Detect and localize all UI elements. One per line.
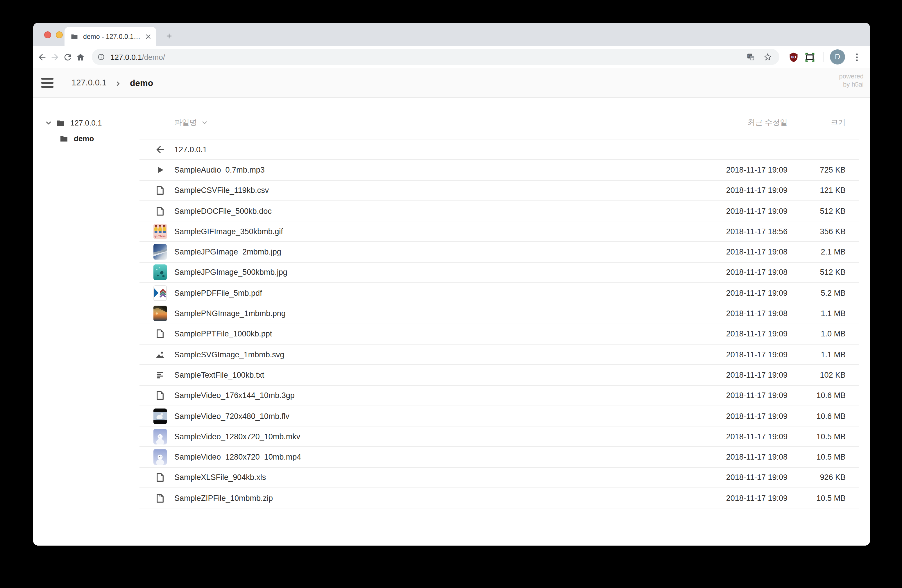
url-text[interactable]: 127.0.0.1/demo/ [110, 53, 740, 61]
file-name[interactable]: SampleZIPFile_10mbmb.zip [174, 494, 700, 502]
file-name[interactable]: SampleVideo_720x480_10mb.flv [174, 412, 700, 421]
table-row[interactable]: SampleDOCFile_500kb.doc 2018-11-17 19:09… [139, 201, 859, 222]
table-row[interactable]: SamplePPTFile_1000kb.ppt 2018-11-17 19:0… [139, 324, 859, 344]
svg-text:ry Christ: ry Christ [154, 235, 166, 238]
url-host: 127.0.0.1 [110, 53, 142, 61]
file-name[interactable]: SampleVideo_1280x720_10mb.mp4 [174, 453, 700, 461]
file-modified-date: 2018-11-17 19:08 [700, 247, 788, 256]
file-modified-date: 2018-11-17 19:08 [700, 453, 788, 461]
file-name[interactable]: SampleTextFile_100kb.txt [174, 371, 700, 379]
table-row[interactable]: SamplePNGImage_1mbmb.png 2018-11-17 19:0… [139, 303, 859, 324]
table-row[interactable]: SampleXLSFile_904kb.xls 2018-11-17 19:09… [139, 468, 859, 488]
breadcrumb-host[interactable]: 127.0.0.1 [72, 78, 106, 87]
table-row[interactable]: SampleVideo_1280x720_10mb.mkv 2018-11-17… [139, 427, 859, 447]
chevron-down-icon[interactable] [45, 119, 52, 127]
file-size: 725 KB [788, 166, 846, 174]
forward-button[interactable] [48, 50, 61, 63]
table-row[interactable]: SampleVideo_176x144_10mb.3gp 2018-11-17 … [139, 386, 859, 406]
browser-menu-icon[interactable] [849, 49, 865, 65]
home-button[interactable] [74, 50, 86, 63]
translate-icon[interactable]: G [745, 51, 757, 63]
svg-text:uO: uO [791, 55, 796, 59]
h5ai-topbar: 127.0.0.1 demo powered by h5ai [33, 68, 870, 98]
flv-thumbnail [153, 408, 167, 424]
sidebar-toggle-button[interactable] [41, 78, 53, 88]
file-size: 10.5 MB [788, 494, 846, 502]
screenshot-extension-icon[interactable] [802, 49, 818, 65]
doc-file-icon [153, 326, 167, 342]
column-header-size[interactable]: 크기 [788, 117, 846, 128]
file-name[interactable]: SampleSVGImage_1mbmb.svg [174, 350, 700, 359]
breadcrumb: 127.0.0.1 demo [72, 78, 153, 88]
powered-by-h5ai-link[interactable]: powered by h5ai [839, 72, 864, 88]
table-row[interactable]: SampleTextFile_100kb.txt 2018-11-17 19:0… [139, 365, 859, 386]
close-window-button[interactable] [44, 31, 51, 38]
sidebar-item-root[interactable]: 127.0.0.1 [33, 115, 139, 131]
ublock-extension-icon[interactable]: uO [785, 49, 802, 65]
mkv-thumbnail [153, 428, 167, 445]
file-name[interactable]: SampleVideo_1280x720_10mb.mkv [174, 432, 700, 441]
table-row[interactable]: SampleCSVFile_119kb.csv 2018-11-17 19:09… [139, 180, 859, 201]
new-tab-button[interactable] [162, 29, 176, 43]
table-row[interactable]: SampleVideo_720x480_10mb.flv 2018-11-17 … [139, 406, 859, 427]
file-modified-date: 2018-11-17 19:09 [700, 350, 788, 359]
desktop-background: demo - 127.0.0.1 > demo 127.0.0.1/demo/ … [0, 0, 902, 588]
jpg2-thumbnail [153, 244, 167, 260]
file-size: 1.1 MB [788, 350, 846, 359]
file-modified-date: 2018-11-17 19:09 [700, 412, 788, 421]
minimize-window-button[interactable] [56, 31, 63, 38]
file-size: 10.5 MB [788, 432, 846, 441]
sidebar-item-demo[interactable]: demo [33, 131, 139, 146]
site-info-icon[interactable] [97, 53, 105, 61]
reload-button[interactable] [61, 50, 74, 63]
file-name[interactable]: SampleAudio_0.7mb.mp3 [174, 166, 700, 174]
file-name[interactable]: SampleGIFImage_350kbmb.gif [174, 227, 700, 236]
file-size: 1.0 MB [788, 330, 846, 338]
table-row[interactable]: SampleVideo_1280x720_10mb.mp4 2018-11-17… [139, 447, 859, 468]
table-row[interactable]: SampleSVGImage_1mbmb.svg 2018-11-17 19:0… [139, 344, 859, 365]
file-name[interactable]: SampleVideo_176x144_10mb.3gp [174, 391, 700, 400]
doc-file-icon [153, 203, 167, 219]
parent-directory-row[interactable]: 127.0.0.1 [139, 139, 859, 160]
address-bar[interactable]: 127.0.0.1/demo/ G [92, 49, 779, 65]
column-header-modified[interactable]: 최근 수정일 [700, 117, 788, 128]
table-row[interactable]: SampleZIPFile_10mbmb.zip 2018-11-17 19:0… [139, 488, 859, 509]
file-name[interactable]: SamplePDFFile_5mb.pdf [174, 288, 700, 297]
jpg500-thumbnail [153, 264, 167, 281]
file-name[interactable]: SampleJPGImage_2mbmb.jpg [174, 247, 700, 256]
zip-file-icon [153, 490, 167, 506]
file-modified-date: 2018-11-17 19:08 [700, 309, 788, 318]
tab-close-icon[interactable] [144, 32, 152, 41]
folder-icon [59, 134, 69, 143]
profile-avatar[interactable]: D [830, 49, 845, 64]
bookmark-star-icon[interactable] [762, 51, 774, 63]
doc-file-icon [153, 182, 167, 199]
folder-icon [70, 32, 78, 41]
file-name[interactable]: SampleJPGImage_500kbmb.jpg [174, 268, 700, 277]
table-header: 파일명 최근 수정일 크기 [139, 98, 859, 139]
table-row[interactable]: SampleJPGImage_2mbmb.jpg 2018-11-17 19:0… [139, 242, 859, 263]
file-size: 2.1 MB [788, 247, 846, 256]
browser-tab[interactable]: demo - 127.0.0.1 > demo [64, 27, 157, 46]
doc-file-icon [153, 387, 167, 403]
page-content: 127.0.0.1 demo 파일명 최근 수정일 크기 [33, 98, 870, 546]
doc-file-icon [153, 469, 167, 486]
back-button[interactable] [36, 50, 48, 63]
table-row[interactable]: SamplePDFFile_5mb.pdf 2018-11-17 19:09 5… [139, 283, 859, 303]
file-name[interactable]: SamplePPTFile_1000kb.ppt [174, 330, 700, 338]
file-name[interactable]: SampleDOCFile_500kb.doc [174, 206, 700, 215]
table-row[interactable]: SampleJPGImage_500kbmb.jpg 2018-11-17 19… [139, 263, 859, 283]
file-modified-date: 2018-11-17 19:08 [700, 268, 788, 277]
file-name[interactable]: SampleCSVFile_119kb.csv [174, 186, 700, 195]
table-row[interactable]: SampleAudio_0.7mb.mp3 2018-11-17 19:09 7… [139, 160, 859, 181]
column-header-name[interactable]: 파일명 [139, 117, 700, 128]
file-name[interactable]: SamplePNGImage_1mbmb.png [174, 309, 700, 318]
gif-thumbnail: ry Christ [153, 224, 167, 240]
table-row[interactable]: ry Christ SampleGIFImage_350kbmb.gif 201… [139, 221, 859, 242]
tab-title: demo - 127.0.0.1 > demo [83, 33, 141, 40]
file-name[interactable]: SampleXLSFile_904kb.xls [174, 473, 700, 482]
file-table: 파일명 최근 수정일 크기 127.0.0.1 SampleAudio_0.7m… [139, 98, 859, 509]
file-size: 512 KB [788, 268, 846, 277]
breadcrumb-current[interactable]: demo [130, 78, 153, 88]
mkv-thumbnail [153, 449, 167, 465]
